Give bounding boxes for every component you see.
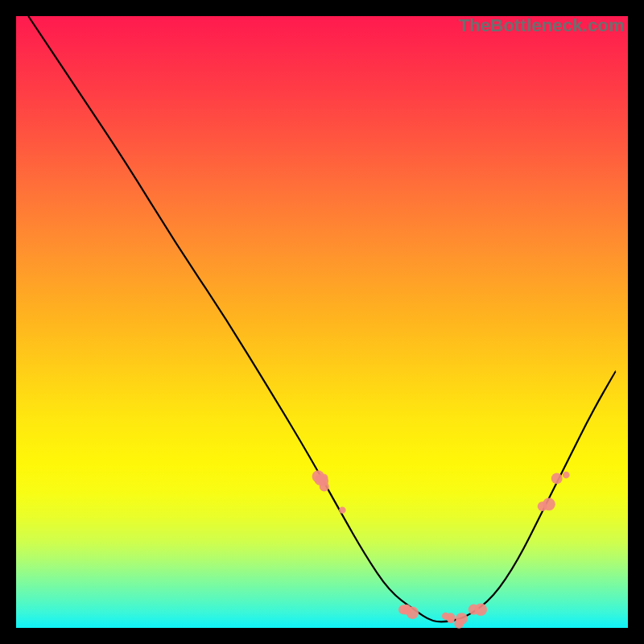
data-point-marker — [543, 497, 555, 510]
plot-area: TheBottleneck.com — [16, 16, 628, 628]
data-point-markers — [312, 470, 570, 629]
chart-frame: TheBottleneck.com — [16, 16, 628, 628]
data-point-marker — [398, 605, 408, 614]
data-point-marker — [469, 605, 479, 615]
bottleneck-curve-path — [28, 16, 616, 621]
data-point-marker — [339, 506, 346, 514]
watermark-label: TheBottleneck.com — [459, 15, 625, 36]
data-point-marker — [563, 472, 570, 479]
data-point-marker — [318, 476, 324, 482]
chart-svg — [16, 16, 628, 628]
data-point-marker — [454, 619, 464, 629]
data-point-marker — [551, 473, 563, 485]
data-point-marker — [442, 613, 449, 620]
bottleneck-curve — [28, 16, 616, 621]
